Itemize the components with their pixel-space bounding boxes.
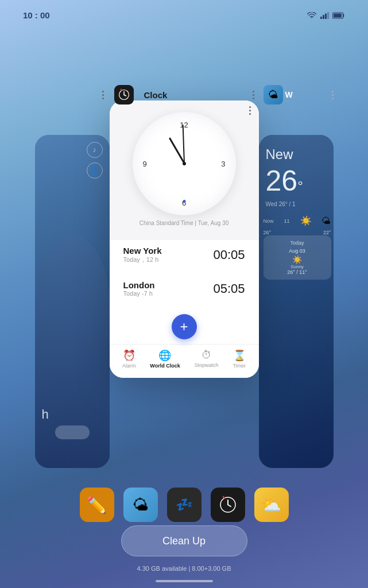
weather-forecast-card: Today Aug 03 ☀️ Sunny 26° / 11° — [264, 235, 331, 280]
home-indicator[interactable] — [156, 580, 213, 582]
weather-temp-large: 26° — [266, 167, 303, 195]
clock-center-dot — [183, 162, 186, 165]
weather-temp-high: 22° — [323, 230, 331, 235]
dock-app-pages[interactable]: ✏️ — [80, 488, 114, 522]
dock-app-weather-yellow-icon: ⛅ — [261, 496, 281, 514]
wifi-icon — [307, 12, 316, 19]
svg-line-9 — [121, 90, 122, 91]
timezone-row-newyork[interactable]: New York Today，12 h 00:05 — [115, 240, 253, 270]
weather-app-card[interactable]: New 26° Wed 26° / 1 Now 11 ☀️ 🌤 26° 22° … — [259, 135, 334, 468]
clock-app-icon — [114, 85, 134, 105]
left-card-icon-1: ♪ — [87, 142, 103, 158]
left-card-header-area — [35, 91, 110, 99]
clock-app-card[interactable]: 12 3 6 9 China Standard Time | Tue, Aug … — [110, 100, 259, 378]
weather-temps-row: 26° 22° — [264, 230, 331, 235]
weather-subtitle: Wed 26° / 1 — [266, 201, 296, 207]
left-card-menu-btn[interactable] — [102, 91, 104, 99]
tz-time-newyork: 00:05 — [213, 247, 245, 262]
status-icons — [307, 12, 345, 19]
svg-rect-1 — [323, 15, 324, 19]
clock-num-3: 3 — [221, 160, 225, 168]
dock-app-pages-icon: ✏️ — [87, 496, 107, 514]
dock-app-weather-blue[interactable]: 🌤 — [123, 488, 158, 522]
center-card-menu-btn[interactable] — [253, 91, 254, 99]
dock-app-sleep-icon: 💤 — [176, 497, 193, 513]
battery-icon — [332, 12, 345, 19]
nav-timer[interactable]: ⌛ Timer — [228, 347, 250, 371]
bottom-nav: ⏰ Alarm 🌐 World Clock ⏱ Stopwatch ⌛ Time… — [110, 344, 259, 378]
weather-app-icon: 🌤 — [264, 85, 283, 105]
worldclock-label: World Clock — [150, 363, 180, 369]
fab-row: + — [110, 307, 259, 344]
clock-card-menu[interactable] — [249, 106, 251, 115]
weather-temp-low: 26° — [264, 230, 272, 235]
dock-app-sleep[interactable]: 💤 — [167, 488, 202, 522]
svg-line-13 — [223, 497, 224, 498]
svg-line-12 — [228, 505, 231, 506]
forecast-label: Today — [267, 240, 328, 246]
weather-now-label: Now — [264, 218, 274, 224]
svg-rect-3 — [327, 12, 329, 19]
left-card-top-icons: ♪ 👤 — [87, 142, 103, 179]
signal-icon — [320, 12, 329, 19]
nav-alarm[interactable]: ⏰ Alarm — [118, 347, 141, 371]
dock-clock-icon — [219, 496, 237, 514]
svg-rect-0 — [320, 17, 322, 19]
forecast-icon: ☀️ — [267, 255, 328, 264]
forecast-temps: 26° / 11° — [267, 269, 328, 275]
dock-row: ✏️ 🌤 💤 ⛅ — [80, 488, 289, 522]
nav-worldclock[interactable]: 🌐 World Clock — [145, 347, 184, 371]
left-card-text: h — [42, 407, 49, 422]
weather-now-row: Now 11 ☀️ 🌤 — [264, 215, 331, 226]
left-card-pill — [55, 425, 90, 439]
tz-city-london: London — [123, 280, 155, 290]
cleanup-label: Clean Up — [162, 535, 206, 547]
tz-sub-newyork: Today，12 h — [123, 256, 162, 264]
weather-app-label: W — [285, 90, 293, 99]
stopwatch-icon: ⏱ — [202, 349, 212, 361]
dock-app-weather-blue-icon: 🌤 — [133, 496, 149, 514]
clock-blue-dot — [183, 200, 185, 203]
clock-app-title-row: Clock — [114, 85, 168, 105]
weather-card-bg: New 26° Wed 26° / 1 Now 11 ☀️ 🌤 26° 22° … — [259, 135, 334, 468]
tz-time-london: 05:05 — [213, 281, 245, 296]
svg-rect-5 — [334, 13, 342, 17]
tz-city-newyork: New York — [123, 246, 162, 256]
timer-icon: ⌛ — [233, 349, 246, 362]
svg-rect-2 — [325, 13, 327, 19]
cards-wrapper: ♪ 👤 h 12 — [35, 100, 334, 468]
timezone-row-london[interactable]: London Today -7 h 05:05 — [115, 274, 253, 303]
right-card-menu-btn[interactable] — [332, 91, 334, 99]
center-card-header: Clock — [110, 85, 259, 105]
svg-line-8 — [124, 95, 126, 96]
phone-shell: 10 : 00 — [0, 0, 368, 588]
left-app-card[interactable]: ♪ 👤 h — [35, 135, 110, 468]
forecast-condition-label: Sunny — [267, 264, 328, 269]
dock-app-weather-yellow[interactable]: ⛅ — [254, 488, 289, 522]
right-card-header-area: 🌤 W — [259, 85, 334, 105]
add-timezone-btn[interactable]: + — [172, 314, 197, 339]
timer-label: Timer — [233, 363, 246, 369]
clock-hour-hand — [168, 137, 184, 164]
alarm-icon: ⏰ — [123, 349, 135, 362]
clock-timezone-label: China Standard Time | Tue, Aug 30 — [119, 220, 250, 226]
tz-sub-london: Today -7 h — [123, 290, 155, 297]
dock-app-clock[interactable] — [211, 488, 245, 522]
weather-now-time: 11 — [284, 218, 290, 224]
clock-app-name: Clock — [144, 90, 168, 100]
worldclock-icon: 🌐 — [158, 349, 171, 362]
weather-city-title: New — [266, 146, 293, 163]
cleanup-button[interactable]: Clean Up — [121, 525, 247, 556]
left-card-icon-2: 👤 — [87, 163, 103, 179]
clock-num-12: 12 — [180, 120, 188, 129]
clock-face: 12 3 6 9 — [133, 112, 236, 215]
clock-face-area: 12 3 6 9 China Standard Time | Tue, Aug … — [110, 100, 259, 240]
status-bar: 10 : 00 — [0, 10, 368, 20]
alarm-label: Alarm — [122, 363, 136, 369]
left-card-bg: ♪ 👤 h — [35, 135, 110, 468]
clock-num-9: 9 — [142, 160, 146, 168]
storage-info: 4.30 GB available | 8.00+3.00 GB — [137, 565, 231, 572]
clock-minute-hand — [182, 125, 184, 164]
nav-stopwatch[interactable]: ⏱ Stopwatch — [190, 347, 223, 371]
stopwatch-label: Stopwatch — [195, 362, 219, 368]
